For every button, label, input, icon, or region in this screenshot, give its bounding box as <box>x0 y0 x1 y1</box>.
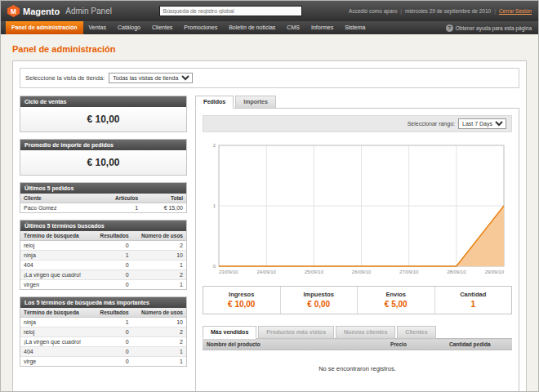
lifetime-sales-widget: Ciclo de ventas € 10,00 <box>20 96 187 132</box>
tab-productos-mas-vistos[interactable]: Productos más vistos <box>258 326 334 339</box>
svg-text:23/09/10: 23/09/10 <box>219 270 238 274</box>
average-orders-value: € 10,00 <box>20 150 186 175</box>
top-search-widget: Los 5 términos de búsqueda más important… <box>20 296 187 367</box>
lifetime-sales-value: € 10,00 <box>20 107 186 131</box>
logged-in-as: Accedió como aparo <box>349 8 397 14</box>
dashboard-panel: Seleccione la vista de tienda: Todas las… <box>12 60 527 392</box>
table-row: 40401 <box>20 347 186 357</box>
logout-link[interactable]: Cerrar Sesión <box>499 8 532 14</box>
table-row: ¡La virgen que cuadro!02 <box>20 337 186 347</box>
nav-item-sistema[interactable]: Sistema <box>339 21 371 34</box>
stat-impuestos: Impuestos € 0,00 <box>280 287 358 314</box>
table-row: 40401 <box>20 261 186 270</box>
tab-importes[interactable]: Importes <box>235 96 276 109</box>
table-row: ninja110 <box>20 251 186 261</box>
range-label: Seleccionar rango: <box>408 121 455 127</box>
header-user-info: Accedió como aparo | miércoles 29 de sep… <box>349 8 532 14</box>
table-row: ¡La virgen que cuadro!02 <box>20 270 186 280</box>
help-icon: ? <box>446 24 453 32</box>
main-nav: Panel de administración Ventas Catálogo … <box>1 21 538 34</box>
nav-item-cms[interactable]: CMS <box>281 21 305 34</box>
nav-item-catalogo[interactable]: Catálogo <box>112 21 146 34</box>
table-row: virge01 <box>20 357 186 367</box>
stat-value: € 0,00 <box>283 300 356 309</box>
last-orders-widget: Últimos 5 pedidos Cliente Artículos Tota… <box>20 182 187 213</box>
stat-value: 1 <box>437 300 510 309</box>
tab-nuevos-clientes[interactable]: Nuevos clientes <box>336 326 395 339</box>
col-header: Total <box>141 194 186 203</box>
page-title: Panel de administración <box>12 44 527 54</box>
global-search-input[interactable] <box>159 6 302 16</box>
stat-label: Ingresos <box>205 291 278 298</box>
table-row: reloj02 <box>20 241 186 251</box>
col-qty: Cantidad pedida <box>445 339 512 350</box>
global-search <box>118 6 342 16</box>
widget-title: Últimos 5 pedidos <box>20 183 186 194</box>
separator: | <box>494 8 496 14</box>
current-date: miércoles 29 de septiembre de 2010 <box>405 8 491 14</box>
table-row: reloj02 <box>20 327 186 337</box>
nav-item-dashboard[interactable]: Panel de administración <box>6 21 83 34</box>
store-view-switcher: Seleccione la vista de tienda: Todas las… <box>20 68 519 88</box>
stat-value: € 10,00 <box>205 300 278 309</box>
table-row: virgen01 <box>20 280 186 290</box>
bestsellers-table: Nombre del producto Precio Cantidad pedi… <box>203 338 512 392</box>
nav-item-clientes[interactable]: Clientes <box>146 21 178 34</box>
col-price: Precio <box>386 339 445 350</box>
dashboard-left-column: Ciclo de ventas € 10,00 Promedio de impo… <box>20 96 187 373</box>
range-selector-bar: Seleccionar rango: Last 7 Days <box>203 115 512 132</box>
last-search-widget: Últimos 5 términos buscados Término de b… <box>20 220 187 290</box>
stat-envios: Envíos € 5,00 <box>357 287 434 314</box>
stat-label: Cantidad <box>437 291 510 298</box>
svg-text:1: 1 <box>213 203 216 208</box>
col-header: Número de usos <box>132 308 186 318</box>
magento-logo: M Magento Admin Panel <box>7 5 112 17</box>
separator: | <box>400 8 402 14</box>
stat-ingresos: Ingresos € 10,00 <box>203 287 280 314</box>
nav-item-ventas[interactable]: Ventas <box>83 21 112 34</box>
page-help-link[interactable]: ? Obtener ayuda para esta página <box>446 21 538 34</box>
nav-item-informes[interactable]: Informes <box>305 21 339 34</box>
col-header: Término de búsqueda <box>20 231 92 241</box>
logo-subtitle: Admin Panel <box>65 7 112 16</box>
svg-text:M: M <box>11 8 16 16</box>
widget-title: Últimos 5 términos buscados <box>20 220 186 231</box>
page-help-label: Obtener ayuda para esta página <box>456 25 532 31</box>
top-header: M Magento Admin Panel Accedió como aparo… <box>1 1 538 21</box>
svg-text:29/09/10: 29/09/10 <box>485 270 505 274</box>
tab-mas-vendidos[interactable]: Más vendidos <box>203 326 256 339</box>
col-header: Número de usos <box>132 231 186 241</box>
svg-text:2: 2 <box>213 143 216 148</box>
col-product-name: Nombre del producto <box>203 339 386 350</box>
empty-message: No se encontraron registros. <box>203 350 512 392</box>
col-header: Resultados <box>92 231 132 241</box>
average-orders-widget: Promedio de importe de pedidos € 10,00 <box>20 139 187 176</box>
store-view-select[interactable]: Todas las vistas de tienda <box>109 73 193 83</box>
range-select[interactable]: Last 7 Days <box>458 118 506 129</box>
stat-label: Impuestos <box>283 291 356 298</box>
widget-title: Promedio de importe de pedidos <box>20 140 186 150</box>
magento-logo-icon: M <box>7 5 20 17</box>
stat-value: € 5,00 <box>359 300 433 309</box>
orders-chart-area: 01223/09/1024/09/1025/09/1026/09/1027/09… <box>203 132 512 281</box>
tab-clientes[interactable]: Clientes <box>397 326 435 339</box>
tab-pedidos[interactable]: Pedidos <box>195 96 234 109</box>
nav-item-promociones[interactable]: Promociones <box>178 21 223 34</box>
col-header: Cliente <box>20 194 90 203</box>
orders-panel: Seleccionar rango: Last 7 Days 01223/09/… <box>195 108 519 392</box>
chart-tabs: Pedidos Importes <box>195 96 519 109</box>
totals-bar: Ingresos € 10,00 Impuestos € 0,00 Envíos… <box>203 286 512 314</box>
last-orders-table: Cliente Artículos Total Paco Gomez1€ 15,… <box>20 194 186 212</box>
table-row: ninja110 <box>20 318 186 327</box>
widget-title: Ciclo de ventas <box>20 96 186 107</box>
orders-chart: 01223/09/1024/09/1025/09/1026/09/1027/09… <box>204 139 510 279</box>
widget-title: Los 5 términos de búsqueda más important… <box>20 297 186 308</box>
stat-label: Envíos <box>359 291 433 298</box>
top-search-table: Término de búsqueda Resultados Número de… <box>20 308 186 366</box>
table-row: Paco Gomez1€ 15,00 <box>20 203 186 213</box>
last-search-table: Término de búsqueda Resultados Número de… <box>20 231 186 289</box>
svg-text:25/09/10: 25/09/10 <box>305 270 324 274</box>
nav-item-boletin[interactable]: Boletín de noticias <box>223 21 281 34</box>
stat-cantidad: Cantidad 1 <box>434 287 512 314</box>
col-header: Artículos <box>90 194 141 203</box>
